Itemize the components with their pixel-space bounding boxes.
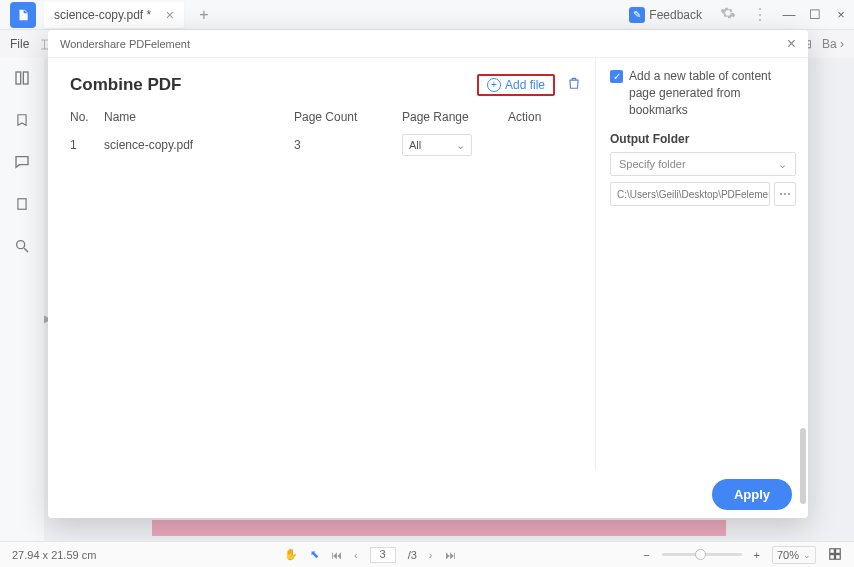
dialog-left-panel: Combine PDF + Add file No. Name Page Cou… — [48, 58, 596, 470]
files-table: No. Name Page Count Page Range Action 1 … — [70, 104, 581, 160]
chevron-down-icon: ⌄ — [778, 158, 787, 171]
plus-circle-icon: + — [487, 78, 501, 92]
toc-checkbox-row[interactable]: ✓ Add a new table of content page genera… — [610, 68, 796, 118]
new-tab-button[interactable]: + — [194, 6, 214, 24]
table-row[interactable]: 1 science-copy.pdf 3 All ⌄ — [70, 130, 581, 160]
col-name: Name — [104, 110, 294, 124]
svg-rect-5 — [830, 548, 835, 553]
delete-icon[interactable] — [567, 76, 581, 94]
dialog-app-name: Wondershare PDFelement — [60, 38, 190, 50]
col-page-range: Page Range — [402, 110, 508, 124]
tab-title: science-copy.pdf * — [54, 8, 151, 22]
document-tab[interactable]: science-copy.pdf * × — [44, 2, 184, 28]
output-folder-label: Output Folder — [610, 132, 796, 146]
hand-tool-icon[interactable]: ✋ — [284, 548, 298, 561]
svg-rect-6 — [836, 548, 841, 553]
next-page-icon[interactable]: › — [429, 549, 433, 561]
left-toolbar — [0, 58, 44, 541]
cell-no: 1 — [70, 138, 104, 152]
window-controls: — ☐ × — [776, 2, 854, 28]
maximize-button[interactable]: ☐ — [802, 2, 828, 28]
dialog-right-panel: ✓ Add a new table of content page genera… — [596, 58, 808, 470]
svg-rect-0 — [16, 72, 21, 84]
cell-page-count: 3 — [294, 138, 402, 152]
app-logo — [10, 2, 36, 28]
chevron-down-icon: ⌄ — [803, 550, 811, 560]
comment-icon[interactable] — [12, 152, 32, 172]
title-bar: science-copy.pdf * × + ✎ Feedback ⋮ — ☐ … — [0, 0, 854, 30]
zoom-out-button[interactable]: − — [643, 549, 649, 561]
fit-view-icon[interactable] — [828, 547, 842, 563]
close-button[interactable]: × — [828, 2, 854, 28]
svg-rect-7 — [830, 554, 835, 559]
combine-pdf-dialog: Wondershare PDFelement × Combine PDF + A… — [48, 30, 808, 518]
first-page-icon[interactable]: ⏮ — [331, 549, 342, 561]
close-tab-icon[interactable]: × — [156, 7, 174, 23]
toc-checkbox-label: Add a new table of content page generate… — [629, 68, 796, 118]
svg-rect-1 — [23, 72, 28, 84]
output-path-value: C:\Users\Geili\Desktop\PDFelement\Cc — [617, 189, 770, 200]
gear-icon[interactable] — [720, 5, 736, 25]
last-page-icon[interactable]: ⏭ — [445, 549, 456, 561]
more-icon[interactable]: ⋮ — [752, 5, 768, 24]
add-file-label: Add file — [505, 78, 545, 92]
output-path-input[interactable]: C:\Users\Geili\Desktop\PDFelement\Cc — [610, 182, 770, 206]
col-action: Action — [508, 110, 568, 124]
zoom-thumb[interactable] — [695, 549, 706, 560]
browse-button[interactable]: ⋯ — [774, 182, 796, 206]
bookmark-icon[interactable] — [12, 110, 32, 130]
search-icon[interactable] — [12, 236, 32, 256]
select-tool-icon[interactable]: ⬉ — [310, 548, 319, 561]
specify-folder-select[interactable]: Specify folder ⌄ — [610, 152, 796, 176]
pdfelement-icon — [16, 8, 30, 22]
dialog-close-icon[interactable]: × — [787, 35, 796, 53]
ba-menu[interactable]: Ba › — [822, 37, 844, 51]
dialog-footer: Apply — [48, 470, 808, 518]
prev-page-icon[interactable]: ‹ — [354, 549, 358, 561]
col-no: No. — [70, 110, 104, 124]
feedback-label: Feedback — [649, 8, 702, 22]
minimize-button[interactable]: — — [776, 2, 802, 28]
page-dimensions: 27.94 x 21.59 cm — [12, 549, 96, 561]
add-file-button[interactable]: + Add file — [477, 74, 555, 96]
feedback-button[interactable]: ✎ Feedback — [629, 7, 702, 23]
svg-point-3 — [17, 241, 25, 249]
svg-rect-8 — [836, 554, 841, 559]
table-header: No. Name Page Count Page Range Action — [70, 104, 581, 130]
thumbnails-icon[interactable] — [12, 68, 32, 88]
chevron-down-icon: ⌄ — [456, 139, 465, 152]
page-total: /3 — [408, 549, 417, 561]
zoom-percentage[interactable]: 70% ⌄ — [772, 546, 816, 564]
attachment-icon[interactable] — [12, 194, 32, 214]
col-page-count: Page Count — [294, 110, 402, 124]
status-bar: 27.94 x 21.59 cm ✋ ⬉ ⏮ ‹ 3 /3 › ⏭ − + 70… — [0, 541, 854, 567]
file-menu[interactable]: File — [10, 37, 29, 51]
page-number-input[interactable]: 3 — [370, 547, 396, 563]
toc-checkbox[interactable]: ✓ — [610, 70, 623, 83]
dialog-heading: Combine PDF — [70, 75, 181, 95]
zoom-slider[interactable] — [662, 553, 742, 556]
document-content-strip — [152, 520, 726, 536]
page-range-value: All — [409, 139, 421, 151]
dialog-title-bar: Wondershare PDFelement × — [48, 30, 808, 58]
zoom-value: 70% — [777, 549, 799, 561]
feedback-icon: ✎ — [629, 7, 645, 23]
apply-label: Apply — [734, 487, 770, 502]
specify-folder-placeholder: Specify folder — [619, 158, 686, 170]
svg-rect-2 — [18, 199, 26, 210]
svg-line-4 — [24, 248, 28, 252]
apply-button[interactable]: Apply — [712, 479, 792, 510]
zoom-in-button[interactable]: + — [754, 549, 760, 561]
cell-name: science-copy.pdf — [104, 138, 294, 152]
dialog-scrollbar[interactable] — [800, 428, 806, 504]
page-range-select[interactable]: All ⌄ — [402, 134, 472, 156]
